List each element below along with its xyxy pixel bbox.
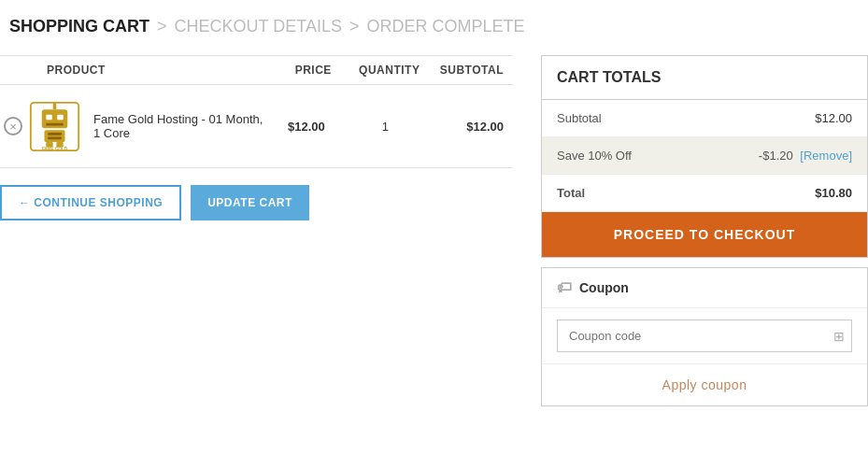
cart-table-header: PRODUCT PRICE QUANTITY SUBTOTAL — [0, 55, 513, 85]
update-cart-button[interactable]: UPDATE CART — [191, 185, 309, 220]
subtotal-label: Subtotal — [557, 111, 602, 125]
total-value: $10.80 — [815, 186, 852, 200]
cart-actions: ← CONTINUE SHOPPING UPDATE CART — [0, 185, 513, 220]
remove-item-wrapper: × — [0, 117, 26, 135]
coupon-input-icon: ⊞ — [833, 329, 845, 344]
subtotal-row: Subtotal $12.00 — [542, 100, 867, 137]
col-header-product: PRODUCT — [0, 64, 276, 77]
svg-rect-9 — [48, 136, 62, 139]
breadcrumb-step1[interactable]: SHOPPING CART — [9, 17, 149, 36]
total-row: Total $10.80 — [542, 175, 867, 212]
product-icon: FAME GOLD — [29, 101, 80, 152]
total-label: Total — [557, 186, 585, 200]
discount-label: Save 10% Off — [557, 149, 632, 163]
coupon-section: 🏷 Coupon ⊞ Apply coupon — [541, 267, 868, 406]
discount-value: -$1.20 — [759, 149, 793, 163]
apply-coupon-button[interactable]: Apply coupon — [542, 364, 867, 405]
col-header-price: PRICE — [276, 64, 352, 77]
svg-rect-4 — [46, 122, 63, 125]
svg-point-6 — [52, 102, 56, 106]
coupon-input-wrapper: ⊞ — [557, 320, 852, 352]
discount-row: Save 10% Off -$1.20 [Remove] — [542, 137, 867, 175]
svg-rect-3 — [57, 114, 63, 120]
svg-rect-2 — [46, 114, 51, 120]
breadcrumb: SHOPPING CART > CHECKOUT DETAILS > ORDER… — [0, 0, 868, 55]
checkout-button[interactable]: PROCEED TO CHECKOUT — [542, 212, 867, 257]
breadcrumb-sep1: > — [157, 17, 167, 36]
cart-totals-header: CART TOTALS — [542, 56, 867, 100]
product-price: $12.00 — [267, 120, 346, 134]
svg-rect-8 — [48, 132, 62, 135]
coupon-header-label: Coupon — [579, 280, 629, 295]
product-name: Fame Gold Hosting - 01 Month, 1 Core — [93, 112, 267, 140]
col-header-subtotal: SUBTOTAL — [428, 64, 514, 77]
main-layout: PRODUCT PRICE QUANTITY SUBTOTAL × — [0, 55, 868, 425]
discount-amount: -$1.20 [Remove] — [759, 149, 852, 163]
table-row: × — [0, 85, 513, 168]
totals-section: CART TOTALS Subtotal $12.00 Save 10% Off… — [532, 55, 868, 406]
coupon-input[interactable] — [557, 320, 852, 352]
product-subtotal: $12.00 — [425, 120, 513, 134]
product-image: FAME GOLD — [26, 98, 82, 154]
remove-item-button[interactable]: × — [4, 117, 22, 135]
coupon-input-row: ⊞ — [542, 308, 867, 364]
cart-section: PRODUCT PRICE QUANTITY SUBTOTAL × — [0, 55, 532, 406]
coupon-header: 🏷 Coupon — [542, 268, 867, 308]
svg-rect-7 — [44, 130, 64, 142]
breadcrumb-sep2: > — [349, 17, 360, 36]
col-header-quantity: QUANTITY — [351, 64, 428, 77]
breadcrumb-step2[interactable]: CHECKOUT DETAILS — [175, 17, 342, 36]
svg-text:FAME GOLD: FAME GOLD — [41, 147, 67, 151]
cart-totals-box: CART TOTALS Subtotal $12.00 Save 10% Off… — [541, 55, 868, 258]
coupon-icon: 🏷 — [557, 279, 572, 296]
continue-shopping-button[interactable]: ← CONTINUE SHOPPING — [0, 185, 181, 220]
subtotal-value: $12.00 — [815, 111, 852, 125]
breadcrumb-step3[interactable]: ORDER COMPLETE — [366, 17, 524, 36]
remove-discount-link[interactable]: [Remove] — [800, 149, 852, 163]
product-quantity: 1 — [346, 120, 424, 134]
